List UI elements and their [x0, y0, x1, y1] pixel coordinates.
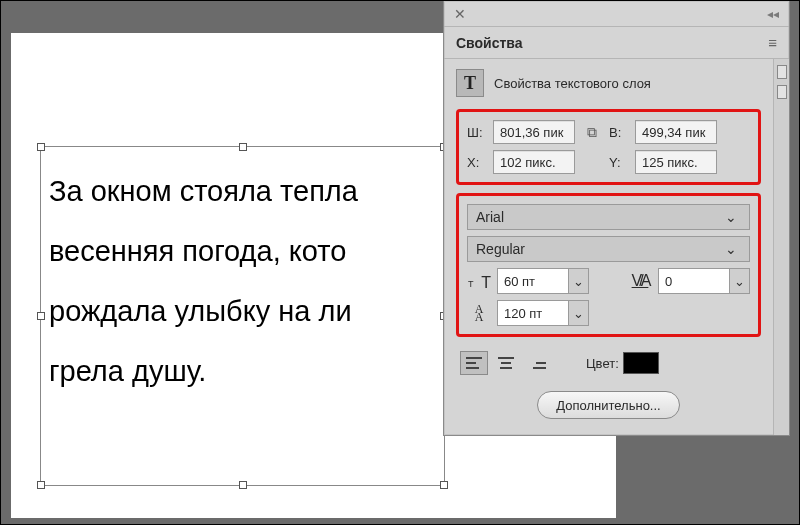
handle-middle-left[interactable]: [37, 312, 45, 320]
handle-bottom-right[interactable]: [440, 481, 448, 489]
height-label: В:: [609, 125, 629, 140]
color-swatch[interactable]: [623, 352, 659, 374]
panel-top-bar: ✕ ◂◂: [444, 1, 789, 27]
chevron-down-icon: ⌄: [721, 241, 741, 257]
character-group-highlight: Arial ⌄ Regular ⌄ T T 60 п: [456, 193, 761, 337]
tab-properties[interactable]: Свойства: [456, 35, 523, 51]
tracking-input[interactable]: 0 ⌄: [658, 268, 750, 294]
sidebar-scroll-indicator[interactable]: [777, 65, 787, 79]
link-icon[interactable]: ⧉: [581, 122, 603, 142]
handle-bottom-middle[interactable]: [239, 481, 247, 489]
properties-panel: ✕ ◂◂ Свойства ≡ T Свойства текстового сл…: [443, 1, 790, 436]
paragraph-row: Цвет:: [456, 345, 761, 387]
chevron-down-icon[interactable]: ⌄: [729, 269, 749, 293]
font-family-select[interactable]: Arial ⌄: [467, 204, 750, 230]
chevron-down-icon[interactable]: ⌄: [568, 301, 588, 325]
x-input[interactable]: 102 пикс.: [493, 150, 575, 174]
more-options-button[interactable]: Дополнительно...: [537, 391, 679, 419]
sidebar-scroll-indicator[interactable]: [777, 85, 787, 99]
section-title: Свойства текстового слоя: [494, 76, 651, 91]
height-input[interactable]: 499,34 пик: [635, 120, 717, 144]
panel-tabs: Свойства ≡: [444, 27, 789, 59]
text-layer-icon: T: [456, 69, 484, 97]
leading-icon: [467, 302, 491, 324]
panel-sidebar: [773, 59, 789, 435]
font-size-icon: T T: [467, 270, 491, 292]
x-label: X:: [467, 155, 487, 170]
y-input[interactable]: 125 пикс.: [635, 150, 717, 174]
align-right-button[interactable]: [524, 351, 552, 375]
chevron-down-icon: ⌄: [721, 209, 741, 225]
y-label: Y:: [609, 155, 629, 170]
close-icon[interactable]: ✕: [454, 6, 466, 22]
color-label: Цвет:: [586, 356, 619, 371]
transform-group-highlight: Ш: 801,36 пик ⧉ В: 499,34 пик X: 102 пик…: [456, 109, 761, 185]
panel-menu-icon[interactable]: ≡: [768, 34, 777, 51]
section-header: T Свойства текстового слоя: [456, 69, 761, 97]
handle-top-left[interactable]: [37, 143, 45, 151]
width-label: Ш:: [467, 125, 487, 140]
leading-input[interactable]: 120 пт ⌄: [497, 300, 589, 326]
chevron-down-icon[interactable]: ⌄: [568, 269, 588, 293]
align-center-button[interactable]: [492, 351, 520, 375]
handle-bottom-left[interactable]: [37, 481, 45, 489]
handle-top-middle[interactable]: [239, 143, 247, 151]
tracking-icon: V/A: [628, 270, 652, 292]
font-style-select[interactable]: Regular ⌄: [467, 236, 750, 262]
align-left-button[interactable]: [460, 351, 488, 375]
font-size-input[interactable]: 60 пт ⌄: [497, 268, 589, 294]
collapse-icon[interactable]: ◂◂: [767, 7, 779, 21]
width-input[interactable]: 801,36 пик: [493, 120, 575, 144]
